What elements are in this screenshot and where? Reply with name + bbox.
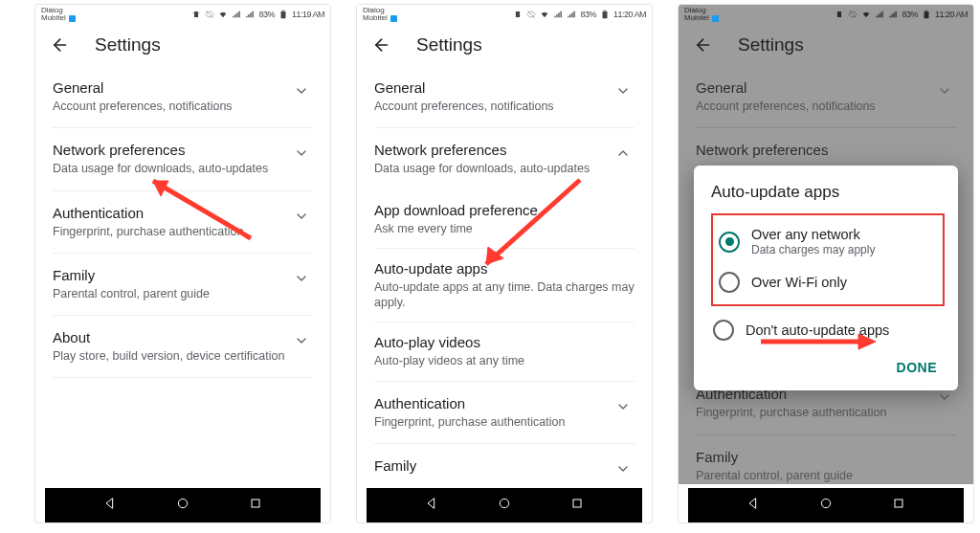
section-general[interactable]: GeneralAccount preferences, notification…: [374, 66, 635, 128]
item-auto-update-apps[interactable]: Auto-update apps Auto-update apps at any…: [374, 249, 635, 323]
option-sub: Data charges may apply: [751, 243, 875, 256]
svg-rect-19: [924, 11, 928, 19]
section-family[interactable]: Family: [374, 444, 635, 484]
chevron-down-icon: [290, 142, 313, 161]
nav-home-icon[interactable]: [818, 496, 834, 515]
notification-dot-icon: [69, 15, 76, 22]
option-title: Over any network: [751, 227, 875, 242]
nav-back-icon[interactable]: [746, 496, 761, 515]
radio-selected-icon: [719, 232, 740, 253]
section-sub: Account preferences, notifications: [374, 99, 612, 114]
svg-rect-24: [895, 500, 902, 507]
vibrate-icon: [835, 10, 844, 19]
page-title: Settings: [738, 34, 804, 56]
nav-back-icon[interactable]: [102, 496, 118, 515]
svg-point-5: [178, 499, 187, 507]
section-title: Authentication: [374, 395, 612, 411]
signal2-icon: [245, 10, 255, 19]
signal-icon: [232, 10, 241, 19]
nav-recents-icon[interactable]: [569, 496, 585, 515]
chevron-down-icon: [290, 329, 313, 348]
svg-rect-1: [280, 11, 285, 19]
svg-marker-22: [749, 499, 756, 509]
nav-home-icon[interactable]: [175, 496, 190, 515]
option-wifi-only[interactable]: Over Wi-Fi only: [717, 264, 939, 300]
chevron-down-icon: [612, 395, 635, 414]
notification-dot-icon: [390, 15, 397, 22]
carrier2-label: Mobitel: [41, 14, 66, 22]
section-sub: Parental control, parent guide: [53, 286, 290, 301]
svg-line-9: [528, 11, 536, 18]
highlighted-options: Over any network Data charges may apply …: [711, 213, 945, 306]
signal-icon: [875, 10, 884, 19]
vibrate-icon: [191, 10, 201, 19]
section-title: Family: [374, 457, 612, 474]
svg-marker-13: [428, 499, 434, 509]
app-header: Settings: [35, 24, 330, 66]
screenshot-1: 1 Dialog Mobitel 83% 11:19 AM: [34, 4, 331, 523]
section-title: Authentication: [53, 205, 290, 221]
section-sub: Account preferences, notifications: [696, 99, 933, 114]
back-button[interactable]: [692, 35, 711, 55]
section-about[interactable]: AboutPlay store, build version, device c…: [53, 316, 313, 378]
svg-rect-20: [925, 10, 927, 11]
section-title: Network preferences: [53, 142, 290, 158]
section-network[interactable]: Network preferencesData usage for downlo…: [53, 128, 313, 190]
back-button[interactable]: [49, 35, 68, 55]
nav-recents-icon[interactable]: [891, 496, 906, 515]
option-dont-update[interactable]: Don't auto-update apps: [711, 312, 945, 348]
chevron-down-icon: [933, 79, 956, 99]
android-nav-bar: [45, 488, 321, 522]
eye-off-icon: [848, 10, 858, 19]
battery-icon: [600, 10, 610, 19]
wifi-icon: [218, 10, 228, 19]
section-title: Network preferences: [374, 142, 612, 158]
section-title: Family: [696, 449, 956, 465]
status-bar: Dialog Mobitel 83% 11:20 AM: [357, 5, 652, 24]
done-button[interactable]: DONE: [889, 354, 945, 381]
svg-point-14: [500, 499, 508, 507]
section-auth[interactable]: AuthenticationFingerprint, purchase auth…: [53, 191, 313, 254]
clock-label: 11:20 AM: [935, 10, 968, 19]
section-family[interactable]: FamilyParental control, parent guide: [53, 254, 313, 316]
item-auto-play-videos[interactable]: Auto-play videos Auto-play videos at any…: [374, 322, 635, 381]
option-title: Over Wi-Fi only: [751, 275, 847, 290]
section-sub: Fingerprint, purchase authentication: [374, 414, 612, 430]
screenshot-3: 3 Dialog Mobitel 83% 11:20 AM: [678, 4, 974, 523]
section-title: General: [696, 79, 933, 96]
item-sub: Ask me every time: [374, 221, 635, 236]
eye-off-icon: [205, 10, 214, 19]
nav-home-icon[interactable]: [497, 496, 512, 515]
section-title: About: [53, 329, 290, 345]
battery-icon: [278, 10, 288, 19]
section-sub: Fingerprint, purchase authentication: [696, 405, 933, 420]
notification-dot-icon: [712, 15, 719, 22]
page-title: Settings: [95, 34, 161, 56]
section-sub: Data usage for downloads, auto-updates: [53, 161, 290, 176]
section-title: Family: [53, 267, 290, 283]
signal2-icon: [888, 10, 898, 19]
section-auth[interactable]: AuthenticationFingerprint, purchase auth…: [374, 382, 635, 444]
option-any-network[interactable]: Over any network Data charges may apply: [717, 219, 939, 264]
item-sub: Auto-update apps at any time. Data charg…: [374, 279, 635, 311]
section-general: GeneralAccount preferences, notification…: [696, 66, 956, 128]
item-app-download-pref[interactable]: App download preference Ask me every tim…: [374, 190, 635, 249]
carrier2-label: Mobitel: [684, 14, 709, 22]
item-title: Auto-update apps: [374, 260, 635, 277]
dialog-title: Auto-update apps: [711, 183, 945, 202]
nav-recents-icon[interactable]: [248, 496, 263, 515]
settings-list: GeneralAccount preferences, notification…: [35, 66, 330, 484]
section-general[interactable]: GeneralAccount preferences, notification…: [53, 66, 313, 128]
battery-pct-label: 83%: [580, 10, 596, 19]
item-title: Auto-play videos: [374, 334, 635, 350]
svg-point-23: [821, 499, 830, 507]
section-network[interactable]: Network preferencesData usage for downlo…: [374, 128, 635, 189]
status-bar: Dialog Mobitel 83% 11:19 AM: [35, 5, 330, 24]
section-family: FamilyParental control, parent guide: [696, 435, 956, 485]
svg-rect-6: [252, 500, 259, 507]
back-button[interactable]: [370, 35, 390, 55]
item-sub: Auto-play videos at any time: [374, 353, 635, 368]
nav-back-icon[interactable]: [424, 496, 439, 515]
chevron-down-icon: [290, 267, 313, 286]
signal2-icon: [567, 10, 576, 19]
